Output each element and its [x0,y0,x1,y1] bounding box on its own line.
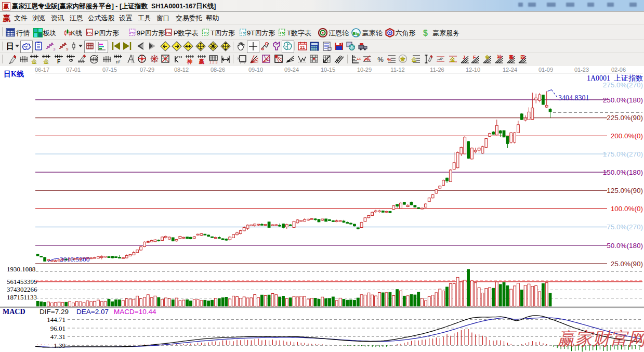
svg-text:7%: 7% [363,57,370,62]
svg-text:神: 神 [187,58,193,64]
svg-text:374302266: 374302266 [7,285,37,293]
svg-text:10-15: 10-15 [321,67,335,73]
svg-text:12-24: 12-24 [503,67,517,73]
svg-text:金: 金 [484,55,490,60]
svg-text:08-12: 08-12 [174,67,189,73]
svg-text:250.0%(180): 250.0%(180) [603,96,643,104]
svg-text:561453399: 561453399 [7,278,37,285]
svg-text:J: J [463,55,465,60]
svg-text:金: 金 [450,57,455,62]
svg-text:P9: P9 [129,31,134,35]
svg-text:MACD=10.44: MACD=10.44 [114,308,156,316]
svg-text:T9: T9 [240,31,245,35]
svg-text:01-23: 01-23 [574,67,589,73]
svg-text:275.0%(270): 275.0%(270) [603,81,643,89]
svg-text:赢家财富网: 赢家财富网 [557,329,644,348]
svg-text:1 2 3: 1 2 3 [209,60,218,64]
svg-text:75.0%(270): 75.0%(270) [607,223,643,231]
svg-text:02-06: 02-06 [611,67,626,73]
svg-text:144.71: 144.71 [47,316,65,323]
svg-text:TS: TS [203,31,208,35]
svg-text:赢: 赢 [508,55,514,60]
svg-text:150.0%(180): 150.0%(180) [603,168,643,176]
svg-text:%: % [377,56,384,63]
svg-text:25.0%(90): 25.0%(90) [611,260,643,268]
svg-text:PN: PN [166,31,171,35]
svg-text:01-09: 01-09 [538,67,553,73]
svg-text:金: 金 [400,56,405,62]
svg-text:DIF=7.29: DIF=7.29 [40,308,69,316]
svg-text:%: % [387,57,391,62]
svg-text:50.0%(180): 50.0%(180) [607,242,643,250]
svg-text:21: 21 [300,45,305,50]
svg-text:11-26: 11-26 [430,67,444,73]
svg-text:2010.5300: 2010.5300 [60,255,90,263]
svg-text:MACD: MACD [3,308,25,316]
svg-text:123: 123 [357,57,361,60]
svg-text:赢: 赢 [199,58,205,64]
svg-text:A: A [439,57,442,61]
svg-text:3404.8301: 3404.8301 [558,94,589,102]
svg-text:100.0%(0): 100.0%(0) [611,205,643,213]
svg-text:1930.1088: 1930.1088 [7,265,35,273]
svg-text:09-24: 09-24 [284,67,299,73]
svg-text:187151133: 187151133 [7,293,37,301]
svg-text:金: 金 [43,59,49,64]
svg-text:12-10: 12-10 [466,67,480,73]
svg-text:Big: Big [353,31,360,35]
svg-text:96.01: 96.01 [50,324,65,332]
svg-text:神: 神 [496,55,502,60]
svg-text:47.31: 47.31 [50,333,65,341]
svg-text:09-10: 09-10 [248,67,263,73]
svg-text:07-29: 07-29 [140,67,154,73]
svg-text:9: 9 [66,47,69,51]
svg-text:F: F [473,55,476,60]
svg-text:金: 金 [31,59,37,64]
svg-text:DEA=2.07: DEA=2.07 [76,308,109,316]
svg-text:11-12: 11-12 [390,67,404,73]
svg-text:200.0%(0): 200.0%(0) [611,132,643,140]
svg-text:10-29: 10-29 [357,67,372,73]
svg-text:07-01: 07-01 [66,67,81,73]
svg-text:日K线: 日K线 [4,70,24,78]
svg-text:金: 金 [411,57,417,62]
svg-text:-1.39: -1.39 [51,342,65,349]
svg-text:$: $ [423,29,428,37]
svg-text:06-17: 06-17 [35,67,49,73]
svg-text:四: 四 [520,55,525,60]
svg-text:F: F [57,59,60,64]
svg-text:TN: TN [279,31,284,35]
svg-text:07-15: 07-15 [102,67,117,73]
svg-text:3: 3 [53,47,56,51]
svg-text:PS: PS [87,31,93,35]
svg-text:125.0%(90): 125.0%(90) [607,187,643,194]
svg-text:n²: n² [116,59,120,64]
svg-text:08-26: 08-26 [211,67,225,73]
svg-text:175.0%(270): 175.0%(270) [603,150,643,158]
svg-text:225.0%(90): 225.0%(90) [607,114,643,122]
